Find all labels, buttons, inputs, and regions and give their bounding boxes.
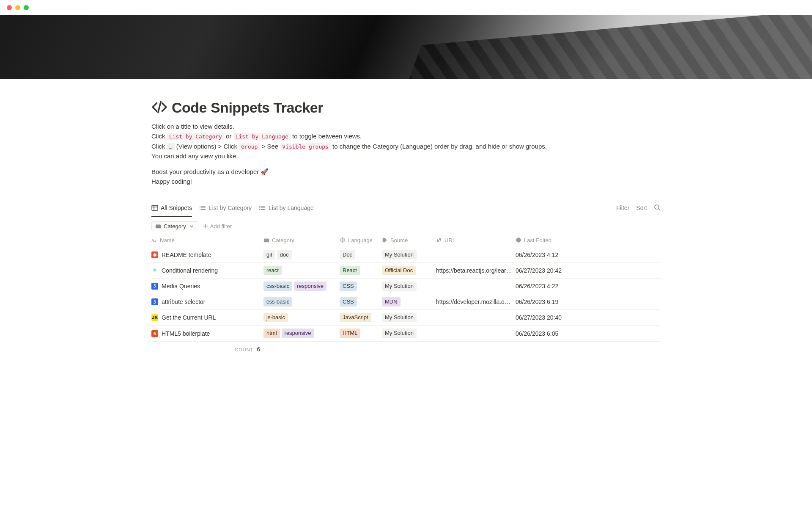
table-row[interactable]: ⚛Conditional renderingreactReactOfficial… bbox=[151, 262, 661, 278]
table-row[interactable]: JSGet the Current URLjs-basicJavaScriptM… bbox=[151, 310, 661, 326]
last-edited-cell: 06/27/2023 20:42 bbox=[516, 262, 571, 278]
desc-text: Boost your productivity as a developer 🚀 bbox=[151, 168, 269, 175]
row-name: Conditional rendering bbox=[162, 267, 218, 274]
code-chip: List by Category bbox=[167, 133, 224, 140]
row-name: Media Queries bbox=[162, 283, 200, 290]
sort-button[interactable]: Sort bbox=[636, 204, 647, 211]
col-label: Name bbox=[160, 237, 175, 243]
source-tag: My Solution bbox=[382, 282, 417, 291]
row-name-cell[interactable]: JSGet the Current URL bbox=[151, 314, 260, 321]
code-chip: … bbox=[167, 143, 175, 150]
js-icon: JS bbox=[151, 314, 158, 321]
source-tag: MDN bbox=[382, 297, 401, 306]
col-label: Last Edited bbox=[524, 237, 551, 243]
url-cell bbox=[436, 278, 516, 294]
table-row[interactable]: 𝟑attribute selectorcss-basicCSSMDNhttps:… bbox=[151, 294, 661, 310]
table-row[interactable]: ◆README templategitdocDocMy Solution06/2… bbox=[151, 247, 661, 262]
tab-list-by-language[interactable]: List by Language bbox=[259, 199, 314, 217]
code-chip: List by Language bbox=[233, 133, 291, 140]
category-tag: html bbox=[263, 329, 280, 338]
url-cell bbox=[436, 247, 516, 262]
language-tag: Doc bbox=[340, 250, 355, 260]
tab-label: List by Category bbox=[209, 204, 252, 211]
svg-point-9 bbox=[200, 209, 200, 210]
filter-button[interactable]: Filter bbox=[616, 204, 629, 211]
page-description: Click on a title to view details. Click … bbox=[151, 121, 661, 187]
category-tag: git bbox=[263, 250, 275, 260]
svg-rect-1 bbox=[152, 205, 158, 210]
cover-image bbox=[0, 15, 812, 79]
svg-point-13 bbox=[259, 206, 260, 207]
css-icon: 𝟑 bbox=[151, 283, 158, 290]
svg-point-16 bbox=[655, 205, 659, 209]
col-header-source[interactable]: Source bbox=[382, 234, 436, 247]
col-header-category[interactable]: Category bbox=[263, 234, 340, 247]
code-chip: Visible groups bbox=[280, 143, 331, 150]
maximize-window-button[interactable] bbox=[24, 5, 29, 10]
language-tag: JavaScript bbox=[340, 313, 371, 322]
row-name: HTML5 boilerplate bbox=[162, 330, 210, 337]
row-name-cell[interactable]: 𝟑attribute selector bbox=[151, 298, 260, 305]
window-controls bbox=[0, 0, 812, 15]
filter-chip-label: Category bbox=[164, 223, 186, 229]
url-cell[interactable]: https://beta.reactjs.org/learn# bbox=[436, 262, 516, 278]
tab-list-by-category[interactable]: List by Category bbox=[200, 199, 252, 217]
add-filter-button[interactable]: Add filter bbox=[203, 223, 232, 229]
html-icon: 5 bbox=[151, 330, 158, 337]
language-tag: CSS bbox=[340, 282, 357, 291]
filter-row: Category Add filter bbox=[151, 217, 661, 234]
desc-text: (View options) > Click bbox=[175, 143, 239, 150]
row-name-cell[interactable]: 𝟑Media Queries bbox=[151, 283, 260, 290]
svg-point-7 bbox=[200, 206, 200, 207]
desc-text: Click bbox=[151, 143, 167, 150]
col-header-name[interactable]: AaName bbox=[151, 234, 263, 247]
row-name-cell[interactable]: ◆README template bbox=[151, 251, 260, 258]
code-icon bbox=[151, 99, 167, 116]
col-header-language[interactable]: Language bbox=[340, 234, 382, 247]
language-tag: HTML bbox=[340, 329, 360, 338]
last-edited-cell: 06/26/2023 6:19 bbox=[516, 294, 571, 310]
css-icon: 𝟑 bbox=[151, 298, 158, 305]
views-bar: All Snippets List by Category List by La… bbox=[151, 199, 661, 217]
table-row[interactable]: 5HTML5 boilerplatehtmlresponsiveHTMLMy S… bbox=[151, 326, 661, 341]
row-name-cell[interactable]: ⚛Conditional rendering bbox=[151, 267, 260, 274]
col-label: URL bbox=[444, 237, 455, 243]
desc-text: Click bbox=[151, 133, 167, 140]
source-tag: My Solution bbox=[382, 313, 417, 322]
row-name: Get the Current URL bbox=[162, 314, 216, 321]
row-name: attribute selector bbox=[162, 298, 206, 305]
col-header-url[interactable]: URL bbox=[436, 234, 516, 247]
desc-text: or bbox=[224, 133, 233, 140]
filter-chip-category[interactable]: Category bbox=[151, 221, 198, 231]
desc-text: to toggle between views. bbox=[291, 133, 362, 140]
svg-text:Aa: Aa bbox=[151, 238, 156, 243]
close-window-button[interactable] bbox=[7, 5, 12, 10]
url-cell[interactable]: https://developer.mozilla.org/j bbox=[436, 294, 516, 310]
table-row[interactable]: 𝟑Media Queriescss-basicresponsiveCSSMy S… bbox=[151, 278, 661, 294]
svg-point-14 bbox=[259, 207, 260, 208]
svg-line-17 bbox=[658, 209, 660, 210]
minimize-window-button[interactable] bbox=[15, 5, 20, 10]
row-name-cell[interactable]: 5HTML5 boilerplate bbox=[151, 330, 260, 337]
col-header-last-edited[interactable]: Last Edited bbox=[516, 234, 571, 247]
desc-text: Happy coding! bbox=[151, 178, 192, 185]
tab-label: All Snippets bbox=[161, 204, 192, 211]
last-edited-cell: 06/26/2023 6:05 bbox=[516, 326, 571, 341]
code-chip: Group bbox=[239, 143, 260, 150]
react-icon: ⚛ bbox=[151, 267, 158, 274]
last-edited-cell: 06/26/2023 4:12 bbox=[516, 247, 571, 262]
tab-all-snippets[interactable]: All Snippets bbox=[151, 199, 192, 217]
last-edited-cell: 06/27/2023 20:40 bbox=[516, 310, 571, 326]
url-cell bbox=[436, 326, 516, 341]
category-tag: react bbox=[263, 266, 282, 275]
search-icon[interactable] bbox=[654, 204, 661, 212]
category-tag: responsive bbox=[294, 282, 326, 291]
col-label: Source bbox=[390, 237, 408, 243]
add-filter-label: Add filter bbox=[210, 223, 232, 229]
language-tag: React bbox=[340, 266, 360, 275]
tab-label: List by Language bbox=[269, 204, 314, 211]
svg-point-15 bbox=[259, 209, 260, 210]
category-tag: css-basic bbox=[263, 297, 292, 306]
category-tag: responsive bbox=[282, 329, 314, 338]
source-tag: Official Doc bbox=[382, 266, 416, 275]
